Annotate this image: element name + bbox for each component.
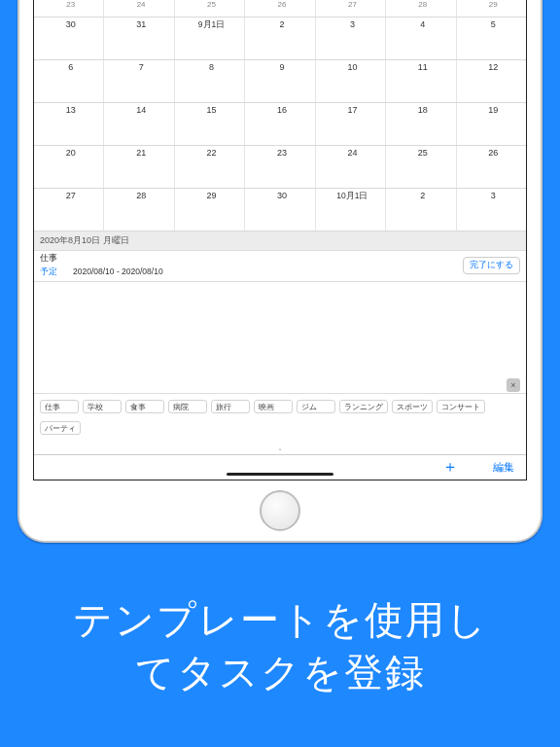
- home-indicator[interactable]: [227, 473, 333, 476]
- calendar-cell[interactable]: 25: [386, 146, 456, 188]
- template-chip[interactable]: 学校: [83, 400, 122, 413]
- calendar-grid[interactable]: 23 24 25 26 27 28 29 30 31 9月1日 2 3 4 5 …: [34, 0, 526, 231]
- template-chip[interactable]: 仕事: [40, 400, 79, 413]
- template-chip[interactable]: 旅行: [211, 400, 250, 413]
- calendar-cell[interactable]: 31: [104, 18, 174, 59]
- calendar-cell-month-start[interactable]: 9月1日: [175, 18, 245, 59]
- calendar-cell[interactable]: 8: [175, 60, 245, 102]
- calendar-cell[interactable]: 24: [104, 0, 174, 17]
- calendar-cell[interactable]: 20: [34, 146, 104, 188]
- template-chip[interactable]: 病院: [168, 400, 207, 413]
- calendar-cell[interactable]: 5: [457, 18, 526, 59]
- template-chip[interactable]: スポーツ: [392, 400, 433, 413]
- home-button[interactable]: [260, 490, 300, 531]
- template-chip[interactable]: 映画: [254, 400, 293, 413]
- empty-area: [34, 282, 526, 393]
- task-tag: 予定: [40, 267, 57, 278]
- calendar-cell[interactable]: 29: [457, 0, 526, 17]
- calendar-cell[interactable]: 3: [316, 18, 386, 59]
- add-button[interactable]: ＋: [442, 457, 458, 478]
- promo-line-1: テンプレートを使用し: [0, 593, 560, 646]
- calendar-week-row: 20 21 22 23 24 25 26: [34, 146, 526, 189]
- selected-day-header: 2020年8月10日 月曜日: [34, 231, 526, 251]
- calendar-cell[interactable]: 9: [245, 60, 315, 102]
- calendar-cell[interactable]: 6: [34, 60, 104, 102]
- calendar-cell-month-start[interactable]: 10月1日: [316, 189, 386, 231]
- template-chip[interactable]: ランニング: [339, 400, 388, 413]
- calendar-cell[interactable]: 24: [316, 146, 386, 188]
- calendar-cell[interactable]: 23: [245, 146, 315, 188]
- calendar-cell[interactable]: 28: [104, 189, 174, 231]
- calendar-cell[interactable]: 15: [175, 103, 245, 145]
- calendar-cell[interactable]: 11: [386, 60, 456, 102]
- close-icon[interactable]: ×: [507, 378, 520, 392]
- promo-text: テンプレートを使用し てタスクを登録: [0, 593, 560, 698]
- calendar-cell[interactable]: 14: [104, 103, 174, 145]
- calendar-cell[interactable]: 21: [104, 146, 174, 188]
- calendar-cell[interactable]: 28: [386, 0, 456, 17]
- template-chip[interactable]: コンサート: [437, 400, 485, 413]
- templates-panel: × 仕事 学校 食事 病院 旅行 映画 ジム ランニング スポーツ コンサート …: [34, 393, 526, 454]
- calendar-cell[interactable]: 26: [245, 0, 315, 17]
- calendar-cell[interactable]: 13: [34, 103, 104, 145]
- calendar-week-row: 6 7 8 9 10 11 12: [34, 60, 526, 103]
- promo-line-2: てタスクを登録: [0, 646, 560, 698]
- calendar-week-row: 27 28 29 30 10月1日 2 3: [34, 189, 526, 231]
- calendar-cell[interactable]: 26: [457, 146, 526, 188]
- calendar-cell[interactable]: 30: [34, 18, 104, 59]
- calendar-cell[interactable]: 16: [245, 103, 315, 145]
- page-indicator: •: [34, 445, 526, 454]
- ipad-frame: 23 24 25 26 27 28 29 30 31 9月1日 2 3 4 5 …: [18, 0, 542, 543]
- task-item[interactable]: 仕事 予定 2020/08/10 - 2020/08/10 完了にする: [34, 251, 526, 282]
- calendar-cell[interactable]: 25: [175, 0, 245, 17]
- template-chip[interactable]: ジム: [297, 400, 335, 413]
- complete-button[interactable]: 完了にする: [463, 257, 520, 274]
- template-chips-row: パーティ: [34, 419, 526, 437]
- bottom-toolbar: ＋ 編集: [34, 454, 526, 480]
- calendar-week-row: 13 14 15 16 17 18 19: [34, 103, 526, 146]
- calendar-cell[interactable]: 30: [245, 189, 315, 231]
- calendar-cell[interactable]: 2: [386, 189, 456, 231]
- calendar-cell[interactable]: 19: [457, 103, 526, 145]
- template-chip[interactable]: 食事: [125, 400, 164, 413]
- calendar-cell[interactable]: 7: [104, 60, 174, 102]
- calendar-cell[interactable]: 27: [316, 0, 386, 17]
- calendar-cell[interactable]: 23: [34, 0, 104, 17]
- app-screen: 23 24 25 26 27 28 29 30 31 9月1日 2 3 4 5 …: [33, 0, 527, 480]
- calendar-cell[interactable]: 27: [34, 189, 104, 231]
- calendar-week-row: 23 24 25 26 27 28 29: [34, 0, 526, 18]
- calendar-cell[interactable]: 12: [457, 60, 526, 102]
- calendar-week-row: 30 31 9月1日 2 3 4 5: [34, 18, 526, 60]
- calendar-cell[interactable]: 29: [175, 189, 245, 231]
- task-date-range: 2020/08/10 - 2020/08/10: [73, 267, 163, 278]
- calendar-cell[interactable]: 4: [386, 18, 456, 59]
- template-chip[interactable]: パーティ: [40, 421, 81, 435]
- calendar-cell[interactable]: 22: [175, 146, 245, 188]
- calendar-cell[interactable]: 3: [457, 189, 526, 231]
- calendar-cell[interactable]: 2: [245, 18, 315, 59]
- calendar-cell[interactable]: 17: [316, 103, 386, 145]
- calendar-cell[interactable]: 10: [316, 60, 386, 102]
- edit-button[interactable]: 編集: [493, 460, 514, 475]
- calendar-cell[interactable]: 18: [386, 103, 456, 145]
- task-title: 仕事: [40, 252, 163, 265]
- template-chips-row: 仕事 学校 食事 病院 旅行 映画 ジム ランニング スポーツ コンサート: [34, 398, 526, 415]
